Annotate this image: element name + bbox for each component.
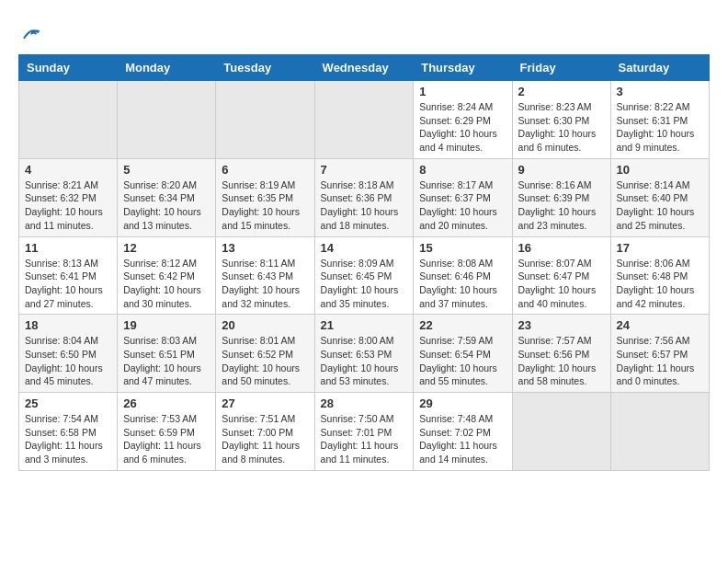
calendar-cell: 10Sunrise: 8:14 AM Sunset: 6:40 PM Dayli… bbox=[610, 158, 709, 236]
col-header-friday: Friday bbox=[512, 55, 610, 81]
day-number: 5 bbox=[123, 163, 210, 177]
calendar-cell: 12Sunrise: 8:12 AM Sunset: 6:42 PM Dayli… bbox=[118, 236, 216, 315]
day-info: Sunrise: 8:12 AM Sunset: 6:42 PM Dayligh… bbox=[123, 257, 210, 311]
calendar-header-row: SundayMondayTuesdayWednesdayThursdayFrid… bbox=[19, 55, 710, 81]
col-header-tuesday: Tuesday bbox=[216, 55, 314, 81]
day-info: Sunrise: 8:06 AM Sunset: 6:48 PM Dayligh… bbox=[617, 257, 703, 311]
day-info: Sunrise: 7:57 AM Sunset: 6:56 PM Dayligh… bbox=[518, 334, 605, 388]
day-number: 16 bbox=[518, 241, 605, 255]
col-header-wednesday: Wednesday bbox=[314, 55, 414, 81]
calendar-week-row: 18Sunrise: 8:04 AM Sunset: 6:50 PM Dayli… bbox=[19, 315, 710, 393]
day-info: Sunrise: 7:54 AM Sunset: 6:58 PM Dayligh… bbox=[25, 412, 111, 466]
day-info: Sunrise: 7:50 AM Sunset: 7:01 PM Dayligh… bbox=[321, 412, 408, 466]
calendar-cell: 19Sunrise: 8:03 AM Sunset: 6:51 PM Dayli… bbox=[118, 315, 216, 393]
day-number: 25 bbox=[25, 396, 111, 410]
day-info: Sunrise: 8:03 AM Sunset: 6:51 PM Dayligh… bbox=[123, 334, 210, 388]
calendar-cell bbox=[216, 81, 314, 159]
day-number: 24 bbox=[617, 318, 703, 332]
calendar-cell: 16Sunrise: 8:07 AM Sunset: 6:47 PM Dayli… bbox=[512, 236, 610, 315]
calendar-week-row: 1Sunrise: 8:24 AM Sunset: 6:29 PM Daylig… bbox=[19, 81, 710, 159]
calendar-cell: 13Sunrise: 8:11 AM Sunset: 6:43 PM Dayli… bbox=[216, 236, 314, 315]
calendar-cell: 26Sunrise: 7:53 AM Sunset: 6:59 PM Dayli… bbox=[118, 393, 216, 471]
calendar-cell bbox=[610, 393, 709, 471]
calendar-cell: 17Sunrise: 8:06 AM Sunset: 6:48 PM Dayli… bbox=[610, 236, 709, 315]
calendar-cell: 7Sunrise: 8:18 AM Sunset: 6:36 PM Daylig… bbox=[314, 158, 414, 236]
logo bbox=[18, 23, 42, 45]
col-header-monday: Monday bbox=[118, 55, 216, 81]
calendar-cell: 20Sunrise: 8:01 AM Sunset: 6:52 PM Dayli… bbox=[216, 315, 314, 393]
day-info: Sunrise: 8:14 AM Sunset: 6:40 PM Dayligh… bbox=[617, 178, 703, 233]
calendar-cell: 6Sunrise: 8:19 AM Sunset: 6:35 PM Daylig… bbox=[216, 158, 314, 236]
calendar-cell: 23Sunrise: 7:57 AM Sunset: 6:56 PM Dayli… bbox=[512, 315, 610, 393]
day-number: 21 bbox=[321, 318, 408, 332]
calendar-cell: 24Sunrise: 7:56 AM Sunset: 6:57 PM Dayli… bbox=[610, 315, 709, 393]
calendar-cell: 11Sunrise: 8:13 AM Sunset: 6:41 PM Dayli… bbox=[19, 236, 118, 315]
calendar-cell: 5Sunrise: 8:20 AM Sunset: 6:34 PM Daylig… bbox=[118, 158, 216, 236]
calendar-cell: 1Sunrise: 8:24 AM Sunset: 6:29 PM Daylig… bbox=[414, 81, 512, 159]
col-header-sunday: Sunday bbox=[19, 55, 118, 81]
day-number: 29 bbox=[419, 396, 506, 410]
day-number: 12 bbox=[123, 241, 210, 255]
header bbox=[18, 18, 710, 45]
day-info: Sunrise: 7:51 AM Sunset: 7:00 PM Dayligh… bbox=[222, 412, 308, 466]
calendar-cell: 14Sunrise: 8:09 AM Sunset: 6:45 PM Dayli… bbox=[314, 236, 414, 315]
day-number: 23 bbox=[518, 318, 605, 332]
day-number: 7 bbox=[321, 163, 408, 177]
day-info: Sunrise: 8:23 AM Sunset: 6:30 PM Dayligh… bbox=[518, 100, 605, 155]
calendar-cell: 25Sunrise: 7:54 AM Sunset: 6:58 PM Dayli… bbox=[19, 393, 118, 471]
day-number: 2 bbox=[518, 85, 605, 98]
day-number: 13 bbox=[222, 241, 308, 255]
day-info: Sunrise: 8:22 AM Sunset: 6:31 PM Dayligh… bbox=[617, 100, 703, 155]
day-info: Sunrise: 8:21 AM Sunset: 6:32 PM Dayligh… bbox=[25, 178, 111, 233]
calendar-cell: 18Sunrise: 8:04 AM Sunset: 6:50 PM Dayli… bbox=[19, 315, 118, 393]
calendar-table: SundayMondayTuesdayWednesdayThursdayFrid… bbox=[18, 54, 710, 471]
day-number: 26 bbox=[123, 396, 210, 410]
day-info: Sunrise: 8:13 AM Sunset: 6:41 PM Dayligh… bbox=[25, 257, 111, 311]
calendar-cell: 29Sunrise: 7:48 AM Sunset: 7:02 PM Dayli… bbox=[414, 393, 512, 471]
day-info: Sunrise: 8:09 AM Sunset: 6:45 PM Dayligh… bbox=[321, 257, 408, 311]
day-number: 10 bbox=[617, 163, 703, 177]
logo-icon bbox=[20, 23, 42, 45]
day-number: 18 bbox=[25, 318, 111, 332]
day-number: 14 bbox=[321, 241, 408, 255]
calendar-cell bbox=[19, 81, 118, 159]
day-info: Sunrise: 8:16 AM Sunset: 6:39 PM Dayligh… bbox=[518, 178, 605, 233]
day-number: 9 bbox=[518, 163, 605, 177]
calendar-week-row: 25Sunrise: 7:54 AM Sunset: 6:58 PM Dayli… bbox=[19, 393, 710, 471]
day-number: 20 bbox=[222, 318, 308, 332]
day-info: Sunrise: 8:08 AM Sunset: 6:46 PM Dayligh… bbox=[419, 257, 506, 311]
day-info: Sunrise: 7:48 AM Sunset: 7:02 PM Dayligh… bbox=[419, 412, 506, 466]
day-number: 15 bbox=[419, 241, 506, 255]
day-info: Sunrise: 7:53 AM Sunset: 6:59 PM Dayligh… bbox=[123, 412, 210, 466]
day-number: 17 bbox=[617, 241, 703, 255]
col-header-thursday: Thursday bbox=[414, 55, 512, 81]
calendar-cell: 8Sunrise: 8:17 AM Sunset: 6:37 PM Daylig… bbox=[414, 158, 512, 236]
day-info: Sunrise: 8:19 AM Sunset: 6:35 PM Dayligh… bbox=[222, 178, 308, 233]
day-info: Sunrise: 8:11 AM Sunset: 6:43 PM Dayligh… bbox=[222, 257, 308, 311]
calendar-cell: 15Sunrise: 8:08 AM Sunset: 6:46 PM Dayli… bbox=[414, 236, 512, 315]
day-number: 27 bbox=[222, 396, 308, 410]
day-number: 3 bbox=[617, 85, 703, 98]
day-info: Sunrise: 8:17 AM Sunset: 6:37 PM Dayligh… bbox=[419, 178, 506, 233]
day-number: 6 bbox=[222, 163, 308, 177]
day-number: 22 bbox=[419, 318, 506, 332]
calendar-cell: 21Sunrise: 8:00 AM Sunset: 6:53 PM Dayli… bbox=[314, 315, 414, 393]
calendar-cell: 4Sunrise: 8:21 AM Sunset: 6:32 PM Daylig… bbox=[19, 158, 118, 236]
calendar-cell: 3Sunrise: 8:22 AM Sunset: 6:31 PM Daylig… bbox=[610, 81, 709, 159]
day-info: Sunrise: 8:24 AM Sunset: 6:29 PM Dayligh… bbox=[419, 100, 506, 155]
day-info: Sunrise: 8:18 AM Sunset: 6:36 PM Dayligh… bbox=[321, 178, 408, 233]
calendar-cell: 22Sunrise: 7:59 AM Sunset: 6:54 PM Dayli… bbox=[414, 315, 512, 393]
calendar-cell bbox=[118, 81, 216, 159]
day-number: 28 bbox=[321, 396, 408, 410]
day-info: Sunrise: 7:59 AM Sunset: 6:54 PM Dayligh… bbox=[419, 334, 506, 388]
day-number: 11 bbox=[25, 241, 111, 255]
day-info: Sunrise: 8:01 AM Sunset: 6:52 PM Dayligh… bbox=[222, 334, 308, 388]
day-info: Sunrise: 7:56 AM Sunset: 6:57 PM Dayligh… bbox=[617, 334, 703, 388]
calendar-week-row: 4Sunrise: 8:21 AM Sunset: 6:32 PM Daylig… bbox=[19, 158, 710, 236]
calendar-cell: 27Sunrise: 7:51 AM Sunset: 7:00 PM Dayli… bbox=[216, 393, 314, 471]
calendar-cell bbox=[512, 393, 610, 471]
calendar-cell: 2Sunrise: 8:23 AM Sunset: 6:30 PM Daylig… bbox=[512, 81, 610, 159]
calendar-cell: 9Sunrise: 8:16 AM Sunset: 6:39 PM Daylig… bbox=[512, 158, 610, 236]
day-number: 8 bbox=[419, 163, 506, 177]
day-info: Sunrise: 8:04 AM Sunset: 6:50 PM Dayligh… bbox=[25, 334, 111, 388]
